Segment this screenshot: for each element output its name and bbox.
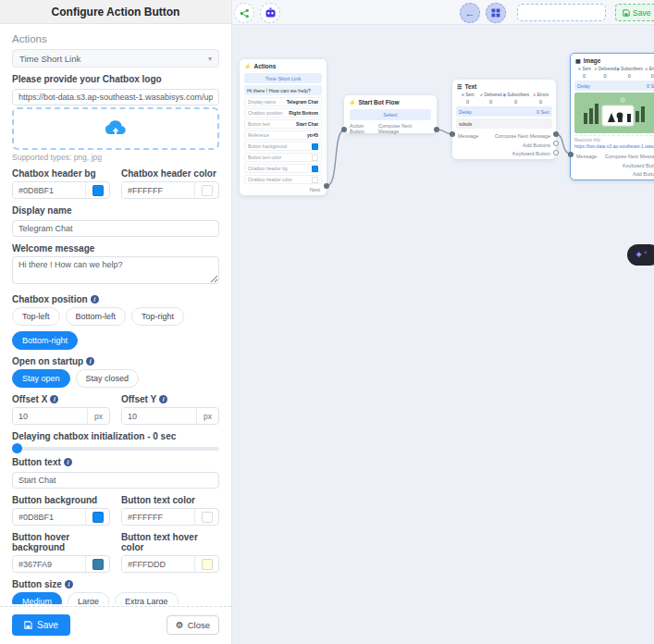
node-title: Text bbox=[464, 83, 476, 90]
share-button[interactable] bbox=[234, 3, 254, 23]
position-bottom-left[interactable]: Bottom-left bbox=[66, 307, 127, 326]
header-color-swatch[interactable] bbox=[194, 182, 218, 198]
color-swatch bbox=[312, 155, 318, 161]
floppy-icon bbox=[24, 621, 32, 629]
display-name-input[interactable] bbox=[12, 220, 219, 237]
node-text[interactable]: ☰ Text ➤Sent0 ✔Delivered0 ◉Subscribers0 … bbox=[452, 80, 556, 159]
info-icon: i bbox=[65, 580, 73, 588]
image-thumbnail[interactable] bbox=[574, 93, 654, 133]
delay-row[interactable]: Delay0 Sec bbox=[574, 80, 654, 91]
button-text-hover-color-swatch[interactable] bbox=[194, 556, 218, 572]
layout-grid-button[interactable] bbox=[486, 3, 506, 23]
flow-save-button[interactable]: Save bbox=[615, 4, 654, 21]
delivered-icon: ✔ bbox=[480, 93, 484, 97]
header-bg-input[interactable] bbox=[13, 182, 85, 198]
node-stats: ➤Sent0 ✔Delivered0 ◉Subscribers0 ⚠Errors… bbox=[456, 93, 552, 105]
input-port[interactable] bbox=[341, 127, 347, 132]
output-port[interactable] bbox=[553, 131, 559, 137]
delay-slider[interactable] bbox=[12, 447, 219, 451]
actions-section-label: Actions bbox=[12, 33, 219, 44]
startup-stay-closed[interactable]: Stay closed bbox=[76, 369, 140, 388]
flow-canvas[interactable]: ← Save ⚡ Actions Time Short Link bbox=[232, 0, 654, 644]
resource-info: Resource Info https://bot-data.s3.ap-sou… bbox=[574, 135, 654, 149]
offset-x-label: Offset Xi bbox=[12, 394, 110, 404]
output-port-next[interactable] bbox=[324, 183, 329, 189]
input-port[interactable] bbox=[450, 131, 455, 137]
offset-x-input[interactable] bbox=[13, 408, 87, 424]
text-content[interactable]: sdsds bbox=[456, 118, 552, 129]
size-large[interactable]: Large bbox=[68, 592, 109, 604]
back-button[interactable]: ← bbox=[460, 3, 480, 23]
button-background-input[interactable] bbox=[13, 509, 85, 525]
chatbox-logo-label: Please provide your Chatbox logo bbox=[12, 74, 219, 84]
chatbox-position-label: Chatbox positioni bbox=[12, 294, 219, 304]
grid-icon bbox=[491, 8, 500, 18]
header-color-label: Chatbox header color bbox=[121, 168, 219, 179]
ai-assistant-button[interactable]: ✦✧ bbox=[627, 244, 654, 266]
logo-upload-dropzone[interactable] bbox=[12, 107, 219, 150]
resource-link[interactable]: https://bot-data.s3.ap-southeast-1.wasab… bbox=[574, 143, 654, 149]
subscribers-icon: ◉ bbox=[502, 93, 506, 97]
output-port[interactable] bbox=[434, 127, 439, 132]
node-row: Chatbox positionRight Bottom bbox=[244, 108, 322, 118]
gear-icon: ⚙ bbox=[176, 621, 184, 630]
welcome-message-textarea[interactable]: Hi there ! How can we help? bbox=[12, 256, 219, 284]
button-hover-background-swatch[interactable] bbox=[85, 556, 109, 572]
open-on-startup-label: Open on startupi bbox=[12, 356, 219, 366]
output-port-label: Add Buttons bbox=[523, 142, 550, 148]
button-text-color-input[interactable] bbox=[122, 509, 194, 525]
offset-y-label: Offset Yi bbox=[121, 394, 219, 404]
image-icon: ▦ bbox=[575, 57, 581, 64]
startup-stay-open[interactable]: Stay open bbox=[12, 369, 70, 388]
position-top-right[interactable]: Top-right bbox=[131, 307, 184, 326]
delay-row[interactable]: Delay0 Sec bbox=[456, 106, 552, 117]
action-type-value: Time Short Link bbox=[19, 54, 80, 64]
slider-thumb[interactable] bbox=[12, 443, 22, 453]
node-title: Image bbox=[584, 57, 601, 64]
bot-button[interactable] bbox=[260, 3, 280, 23]
header-color-input[interactable] bbox=[122, 182, 194, 198]
close-button[interactable]: ⚙ Close bbox=[167, 615, 219, 635]
header-bg-label: Chatbox header bg bbox=[12, 168, 110, 179]
save-button[interactable]: Save bbox=[12, 614, 70, 636]
node-row: Chatbox header bg bbox=[244, 164, 322, 173]
text-icon: ☰ bbox=[457, 83, 462, 90]
button-text-input[interactable] bbox=[12, 472, 219, 489]
chatbox-logo-input[interactable] bbox=[12, 89, 219, 105]
output-port-label: Keyboard Button bbox=[623, 163, 654, 168]
size-extra-large[interactable]: Extra Large bbox=[115, 592, 179, 604]
button-background-label: Button background bbox=[12, 495, 110, 505]
button-text-color-swatch[interactable] bbox=[194, 509, 218, 525]
button-hover-background-input[interactable] bbox=[13, 556, 85, 572]
output-port-label: Keyboard Button bbox=[512, 151, 550, 156]
select-button[interactable]: Select bbox=[350, 109, 431, 120]
info-icon: i bbox=[50, 395, 58, 403]
node-image[interactable]: ▦ Image ➤Sent0 ✔Delivered0 ◉Subscribers0… bbox=[570, 53, 654, 180]
input-port[interactable] bbox=[568, 152, 574, 157]
action-icon: ⚡ bbox=[244, 63, 252, 69]
node-row: Chatbox header color bbox=[244, 175, 322, 184]
size-medium[interactable]: Medium bbox=[12, 592, 62, 604]
position-bottom-right[interactable]: Bottom-right bbox=[12, 331, 78, 350]
node-actions[interactable]: ⚡ Actions Time Short Link Hi there ! How… bbox=[240, 59, 327, 195]
next-output-label: Next bbox=[240, 186, 327, 195]
node-start-bot-flow[interactable]: ⚡ Start Bot Flow Select Action Button Co… bbox=[344, 95, 437, 133]
input-port-label: Action Button bbox=[350, 123, 378, 134]
configure-action-panel: Configure Action Button Actions Time Sho… bbox=[0, 0, 232, 644]
action-type-select[interactable]: Time Short Link ▾ bbox=[12, 49, 219, 68]
header-bg-swatch[interactable] bbox=[85, 182, 109, 198]
position-top-left[interactable]: Top-left bbox=[12, 307, 60, 326]
node-welcome-message: Hi there ! How can we help? bbox=[244, 85, 322, 95]
output-port[interactable] bbox=[553, 141, 559, 146]
offset-y-input[interactable] bbox=[122, 408, 196, 424]
button-text-hover-color-input[interactable] bbox=[122, 556, 194, 572]
flow-name-input[interactable] bbox=[517, 4, 606, 21]
node-action-pill[interactable]: Time Short Link bbox=[244, 73, 322, 83]
node-title: Actions bbox=[254, 63, 277, 69]
bot-icon: ⚡ bbox=[349, 99, 356, 105]
button-text-color-label: Button text color bbox=[121, 495, 219, 505]
node-stats: ➤Sent0 ✔Delivered0 ◉Subscribers0 ⚠Errors… bbox=[574, 67, 654, 79]
output-port[interactable] bbox=[553, 150, 559, 155]
display-name-label: Display name bbox=[12, 205, 219, 216]
button-background-swatch[interactable] bbox=[85, 509, 109, 525]
